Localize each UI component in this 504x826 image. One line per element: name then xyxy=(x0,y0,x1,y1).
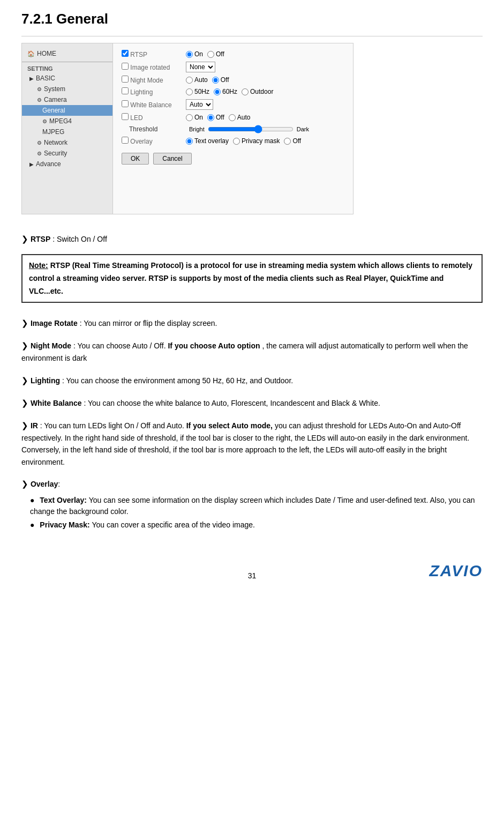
overlay-privacy-radio[interactable] xyxy=(233,138,240,145)
overlay-off-label[interactable]: Off xyxy=(284,137,301,145)
rtsp-on-radio[interactable] xyxy=(186,51,193,58)
slider-container: Bright Dark xyxy=(189,125,309,133)
led-off-radio[interactable] xyxy=(207,114,214,121)
lighting-outdoor-label[interactable]: Outdoor xyxy=(242,88,273,95)
lighting-50hz-radio[interactable] xyxy=(186,88,193,95)
page-number: 31 xyxy=(175,571,329,580)
rtsp-paragraph: ❯ RTSP : Switch On / Off xyxy=(21,233,483,245)
rtsp-radio-group: On Off xyxy=(186,50,224,58)
section-white-balance: ❯ White Balance : You can choose the whi… xyxy=(21,397,483,410)
ir-title-text: IR xyxy=(31,421,38,430)
overlay-privacy-label[interactable]: Privacy mask xyxy=(233,137,280,145)
button-row: OK Cancel xyxy=(122,153,344,165)
text-overlay-desc: You can see some information on the disp… xyxy=(30,496,475,516)
overlay-text-label[interactable]: Text overlay xyxy=(186,137,229,145)
image-rotated-checkbox[interactable] xyxy=(122,63,129,70)
led-label: LED xyxy=(122,113,186,122)
rtsp-off-label[interactable]: Off xyxy=(207,50,224,58)
sidebar-divider xyxy=(22,62,112,62)
note-label: Note: xyxy=(29,261,48,270)
sidebar-item-security[interactable]: ⚙ Security xyxy=(22,148,112,159)
rtsp-desc-text: : Switch On / Off xyxy=(52,235,107,243)
section-night-mode: ❯ Night Mode : You can choose Auto / Off… xyxy=(21,339,483,364)
white-balance-checkbox[interactable] xyxy=(122,100,129,107)
sidebar-item-mpeg4[interactable]: ⚙ MPEG4 xyxy=(22,116,112,126)
led-on-radio[interactable] xyxy=(186,114,193,121)
night-mode-bold-text: If you choose Auto option xyxy=(168,341,260,350)
led-row: LED On Off Auto xyxy=(122,113,344,122)
white-balance-label: White Balance xyxy=(122,100,186,109)
night-mode-title-text: Night Mode xyxy=(31,341,71,350)
led-radio-group: On Off Auto xyxy=(186,114,251,121)
image-rotate-paragraph: ❯ Image Rotate : You can mirror or flip … xyxy=(21,317,483,330)
led-checkbox[interactable] xyxy=(122,113,129,120)
rtsp-note-box: Note: RTSP (Real Time Streaming Protocol… xyxy=(21,254,483,303)
sidebar-item-camera[interactable]: ⚙ Camera xyxy=(22,94,112,105)
image-rotated-select[interactable]: None xyxy=(186,62,215,72)
cancel-button[interactable]: Cancel xyxy=(153,153,191,165)
image-rotated-row: Image rotated None xyxy=(122,62,344,72)
white-balance-paragraph: ❯ White Balance : You can choose the whi… xyxy=(21,397,483,410)
sidebar-item-general[interactable]: General xyxy=(22,105,112,116)
overlay-bullet-list: Text Overlay: You can see some informati… xyxy=(21,495,483,531)
white-balance-row: White Balance Auto xyxy=(122,99,344,110)
sidebar-item-mjpeg[interactable]: MJPEG xyxy=(22,126,112,137)
night-auto-label[interactable]: Auto xyxy=(186,76,208,84)
section-ir: ❯ IR : You can turn LEDs light On / Off … xyxy=(21,419,483,468)
sidebar: 🏠 HOME SETTING ▶ BASIC ⚙ System ⚙ Camera xyxy=(22,43,113,214)
ir-paragraph: ❯ IR : You can turn LEDs light On / Off … xyxy=(21,419,483,468)
section-rtsp: ❯ RTSP : Switch On / Off Note: RTSP (Rea… xyxy=(21,233,483,307)
sidebar-item-advance[interactable]: ▶ Advance xyxy=(22,159,112,169)
threshold-slider[interactable] xyxy=(208,125,294,133)
lighting-60hz-label[interactable]: 60Hz xyxy=(214,88,237,95)
lighting-50hz-label[interactable]: 50Hz xyxy=(186,88,209,95)
rtsp-note-text: RTSP (Real Time Streaming Protocol) is a… xyxy=(29,261,472,295)
lighting-title-text: Lighting xyxy=(31,376,60,385)
night-auto-radio[interactable] xyxy=(186,77,193,84)
led-auto-label[interactable]: Auto xyxy=(229,114,251,121)
lighting-outdoor-radio[interactable] xyxy=(242,88,249,95)
overlay-checkbox[interactable] xyxy=(122,137,129,144)
privacy-mask-label: Privacy Mask: xyxy=(40,520,89,529)
led-on-label[interactable]: On xyxy=(186,114,203,121)
night-mode-paragraph: ❯ Night Mode : You can choose Auto / Off… xyxy=(21,339,483,364)
mpeg4-icon: ⚙ xyxy=(42,118,47,124)
security-icon: ⚙ xyxy=(37,151,42,157)
sidebar-item-basic[interactable]: ▶ BASIC xyxy=(22,73,112,84)
image-rotate-title-text: Image Rotate xyxy=(31,319,78,328)
sidebar-item-home[interactable]: 🏠 HOME xyxy=(22,48,112,59)
white-balance-title-text: White Balance xyxy=(31,399,82,407)
overlay-radio-group: Text overlay Privacy mask Off xyxy=(186,137,301,145)
home-icon: 🏠 xyxy=(27,50,35,57)
night-off-radio[interactable] xyxy=(212,77,219,84)
image-rotate-desc-text: : You can mirror or flip the display scr… xyxy=(80,319,217,328)
camera-icon: ⚙ xyxy=(37,97,42,103)
lighting-row: Lighting 50Hz 60Hz Outdoor xyxy=(122,87,344,96)
lighting-60hz-radio[interactable] xyxy=(214,88,221,95)
sidebar-item-network[interactable]: ⚙ Network xyxy=(22,137,112,148)
overlay-off-radio[interactable] xyxy=(284,138,291,145)
sidebar-item-system[interactable]: ⚙ System xyxy=(22,84,112,94)
led-off-label[interactable]: Off xyxy=(207,114,224,121)
content-body: ❯ RTSP : Switch On / Off Note: RTSP (Rea… xyxy=(21,227,483,546)
section-lighting: ❯ Lighting : You can choose the environm… xyxy=(21,374,483,387)
zavio-logo: ZAVIO xyxy=(430,562,483,580)
lighting-checkbox[interactable] xyxy=(122,87,129,94)
ok-button[interactable]: OK xyxy=(122,153,149,165)
rtsp-off-radio[interactable] xyxy=(207,51,214,58)
night-mode-checkbox[interactable] xyxy=(122,76,129,83)
white-balance-select[interactable]: Auto xyxy=(186,99,213,110)
night-off-label[interactable]: Off xyxy=(212,76,229,84)
page-title: 7.2.1 General xyxy=(21,11,483,27)
section-overlay: ❯ Overlay: Text Overlay: You can see som… xyxy=(21,478,483,531)
threshold-bright-label: Bright xyxy=(189,126,205,132)
overlay-text-radio[interactable] xyxy=(186,138,193,145)
rtsp-checkbox[interactable] xyxy=(122,50,129,57)
rtsp-title-text: RTSP xyxy=(31,235,50,243)
rtsp-on-label[interactable]: On xyxy=(186,50,203,58)
led-auto-radio[interactable] xyxy=(229,114,236,121)
network-icon: ⚙ xyxy=(37,140,42,146)
overlay-privacy-mask-item: Privacy Mask: You can cover a specific a… xyxy=(30,519,483,531)
night-mode-label: Night Mode xyxy=(122,76,186,84)
text-overlay-label: Text Overlay: xyxy=(40,496,87,504)
